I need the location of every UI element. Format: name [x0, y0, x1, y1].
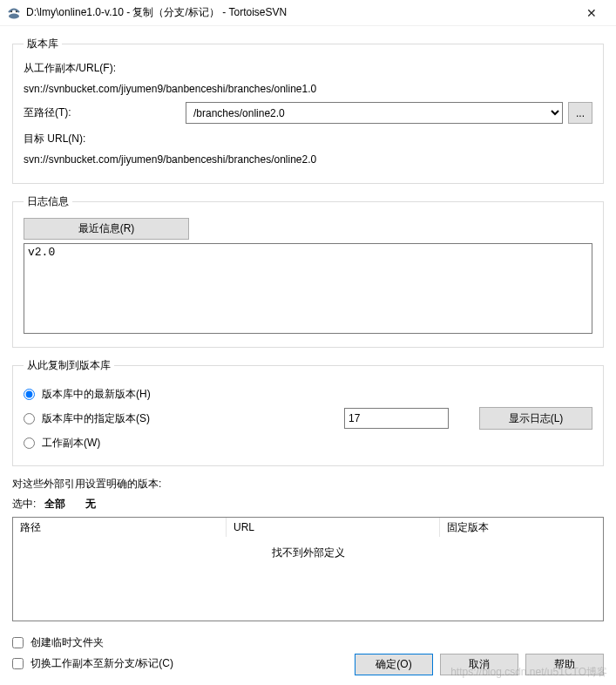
to-path-combo[interactable]: /branches/online2.0: [186, 102, 563, 124]
chk-intermediate[interactable]: 创建临时文件夹: [12, 634, 348, 651]
show-log-button[interactable]: 显示日志(L): [479, 407, 592, 430]
radio-wc-label: 工作副本(W): [42, 434, 100, 451]
log-group: 日志信息 最近信息(R): [12, 194, 604, 348]
radio-wc-input[interactable]: [24, 437, 35, 449]
chk-switch[interactable]: 切换工作副本至新分支/标记(C): [12, 654, 348, 672]
window-title: D:\lmy\online1.0-v.10 - 复制（分支/标记） - Tort…: [26, 5, 574, 20]
chk-intermediate-input[interactable]: [12, 637, 24, 648]
target-url-value: svn://svnbucket.com/jiyumen9/banbenceshi…: [24, 152, 592, 167]
radio-specific[interactable]: 版本库中的指定版本(S): [24, 410, 302, 427]
radio-specific-input[interactable]: [24, 413, 35, 424]
radio-wc[interactable]: 工作副本(W): [24, 434, 592, 451]
radio-head[interactable]: 版本库中的最新版本(H): [24, 385, 592, 403]
externals-select-prefix: 选中:: [12, 498, 36, 510]
browse-button[interactable]: ...: [568, 102, 592, 124]
externals-group: 对这些外部引用设置明确的版本: 选中: 全部 无 路径 URL 固定版本 找不到…: [12, 477, 604, 621]
from-url-value: svn://svnbucket.com/jiyumen9/banbenceshi…: [24, 81, 592, 97]
close-button[interactable]: ✕: [574, 6, 609, 20]
target-url-label: 目标 URL(N):: [24, 131, 592, 146]
svg-point-0: [9, 13, 19, 18]
from-url-label: 从工作副本/URL(F):: [24, 60, 592, 76]
col-rev[interactable]: 固定版本: [440, 518, 603, 537]
bottom-row: 创建临时文件夹 切换工作副本至新分支/标记(C) 确定(O) 取消 帮助: [12, 634, 604, 675]
help-button[interactable]: 帮助: [525, 654, 604, 675]
chk-intermediate-label: 创建临时文件夹: [30, 634, 104, 651]
col-path[interactable]: 路径: [13, 518, 227, 537]
repository-group: 版本库 从工作副本/URL(F): svn://svnbucket.com/ji…: [12, 37, 604, 184]
log-message-input[interactable]: [24, 243, 592, 334]
radio-head-label: 版本库中的最新版本(H): [42, 385, 151, 403]
radio-specific-label: 版本库中的指定版本(S): [42, 410, 150, 427]
repository-legend: 版本库: [24, 37, 62, 51]
cancel-button[interactable]: 取消: [440, 654, 518, 675]
externals-select-none[interactable]: 无: [85, 498, 96, 510]
externals-select-row: 选中: 全部 无: [12, 497, 604, 512]
log-legend: 日志信息: [24, 194, 72, 209]
copy-source-group: 从此复制到版本库 版本库中的最新版本(H) 版本库中的指定版本(S) 显示日志(…: [12, 358, 604, 466]
copy-source-legend: 从此复制到版本库: [24, 358, 114, 373]
col-url[interactable]: URL: [227, 518, 440, 537]
externals-empty: 找不到外部定义: [13, 537, 603, 560]
revision-input[interactable]: [344, 408, 449, 429]
ok-button[interactable]: 确定(O): [355, 654, 433, 675]
radio-head-input[interactable]: [24, 389, 35, 400]
externals-select-all[interactable]: 全部: [44, 498, 65, 510]
externals-header: 路径 URL 固定版本: [13, 518, 603, 537]
recent-messages-button[interactable]: 最近信息(R): [24, 218, 189, 240]
app-icon: [7, 6, 21, 20]
titlebar: D:\lmy\online1.0-v.10 - 复制（分支/标记） - Tort…: [0, 0, 616, 26]
to-path-label: 至路径(T):: [24, 105, 180, 120]
chk-switch-label: 切换工作副本至新分支/标记(C): [30, 654, 173, 672]
externals-table: 路径 URL 固定版本 找不到外部定义: [12, 517, 604, 621]
externals-label: 对这些外部引用设置明确的版本:: [12, 477, 604, 492]
chk-switch-input[interactable]: [12, 658, 24, 669]
